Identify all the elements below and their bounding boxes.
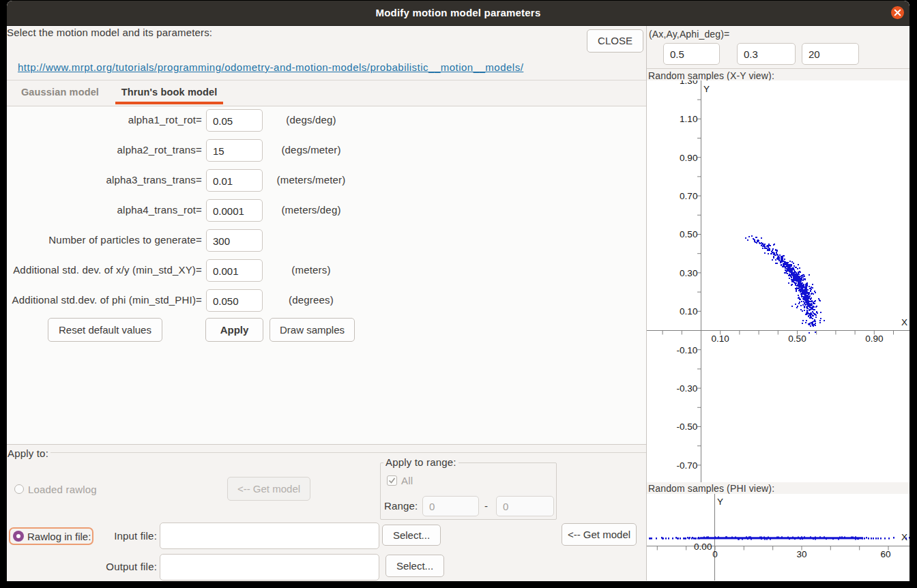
svg-text:-0.10: -0.10 <box>677 345 698 355</box>
svg-text:30: 30 <box>796 549 806 559</box>
svg-text:X: X <box>901 532 907 542</box>
svg-text:0.00: 0.00 <box>694 542 712 552</box>
svg-text:Y: Y <box>717 497 723 507</box>
svg-text:0.10: 0.10 <box>680 306 697 317</box>
svg-text:0.10: 0.10 <box>712 334 729 344</box>
svg-text:1.30: 1.30 <box>680 80 697 86</box>
svg-text:0: 0 <box>712 549 718 559</box>
svg-text:X: X <box>901 317 907 327</box>
svg-text:0.90: 0.90 <box>680 153 697 163</box>
svg-text:60: 60 <box>880 549 890 559</box>
svg-text:0.90: 0.90 <box>865 334 883 344</box>
svg-text:0.30: 0.30 <box>680 268 697 278</box>
svg-text:-0.70: -0.70 <box>677 460 698 471</box>
svg-text:Y: Y <box>703 84 710 94</box>
svg-text:0.70: 0.70 <box>680 191 697 201</box>
svg-text:-0.30: -0.30 <box>677 383 698 394</box>
svg-text:-0.50: -0.50 <box>677 422 698 432</box>
svg-text:0.50: 0.50 <box>680 229 697 239</box>
svg-text:1.10: 1.10 <box>680 114 697 124</box>
svg-text:0.50: 0.50 <box>788 334 806 344</box>
